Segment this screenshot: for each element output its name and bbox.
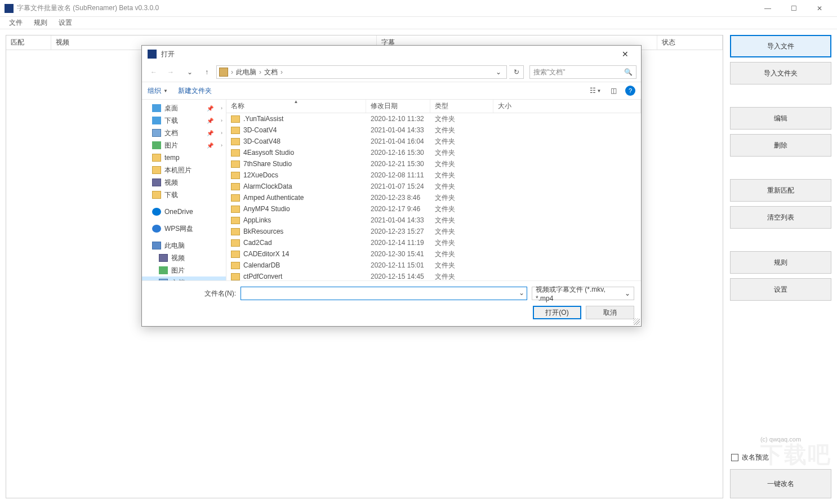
folder-icon xyxy=(231,251,240,258)
file-filter-select[interactable]: 视频或字幕文件 (*.mkv, *.mp4⌄ xyxy=(532,287,634,300)
credit-label: (c) qwqaq.com xyxy=(730,436,831,443)
list-item[interactable]: 3D-CoatV482021-01-04 16:04文件夹 xyxy=(226,136,641,147)
clear-list-button[interactable]: 清空列表 xyxy=(730,206,831,229)
list-item[interactable]: 12XueDocs2020-12-08 11:11文件夹 xyxy=(226,170,641,181)
list-item[interactable]: Cad2Cad2020-12-14 11:19文件夹 xyxy=(226,237,641,248)
dialog-close-button[interactable]: ✕ xyxy=(615,46,635,62)
file-type: 文件夹 xyxy=(430,126,493,135)
dialog-toolbar: 组织▼ 新建文件夹 ☷▼ ◫ ? xyxy=(142,82,641,100)
folder-icon xyxy=(152,166,161,174)
nav-forward-button[interactable]: → xyxy=(163,65,178,79)
col-date[interactable]: 修改日期 xyxy=(366,100,430,113)
tree-item[interactable]: 下载 xyxy=(142,189,226,201)
cancel-button[interactable]: 取消 xyxy=(586,306,634,319)
file-name: AnyMP4 Studio xyxy=(243,205,290,213)
col-type[interactable]: 类型 xyxy=(430,100,493,113)
rematch-button[interactable]: 重新匹配 xyxy=(730,179,831,202)
file-list-header: 名称▲ 修改日期 类型 大小 xyxy=(226,100,641,113)
list-item[interactable]: 4Easysoft Studio2020-12-16 15:30文件夹 xyxy=(226,147,641,158)
tree-item[interactable]: 桌面📌› xyxy=(142,102,226,114)
col-name[interactable]: 名称▲ xyxy=(226,100,366,113)
new-folder-button[interactable]: 新建文件夹 xyxy=(178,86,212,96)
nav-refresh-button[interactable]: ↻ xyxy=(509,65,524,79)
list-item[interactable]: AnyMP4 Studio2020-12-17 9:46文件夹 xyxy=(226,203,641,215)
search-input[interactable]: 搜索"文档" 🔍 xyxy=(529,65,636,79)
file-name: AppLinks xyxy=(243,216,271,224)
folder-icon xyxy=(152,191,161,199)
file-type: 文件夹 xyxy=(430,148,493,158)
view-mode-button[interactable]: ☷▼ xyxy=(589,85,602,96)
col-match[interactable]: 匹配 xyxy=(6,35,51,50)
menu-settings[interactable]: 设置 xyxy=(53,17,78,29)
menu-rules[interactable]: 规则 xyxy=(28,17,53,29)
tree-item[interactable]: 视频 xyxy=(142,176,226,189)
app-icon xyxy=(5,4,14,13)
list-item[interactable]: .YunTaiAssist2020-12-10 11:32文件夹 xyxy=(226,113,641,124)
dialog-titlebar: 打开 ✕ xyxy=(142,46,641,63)
close-button[interactable]: ✕ xyxy=(807,0,832,17)
file-date: 2020-12-17 9:46 xyxy=(366,205,430,213)
import-file-button[interactable]: 导入文件 xyxy=(730,35,831,57)
tree-item[interactable]: 下载📌› xyxy=(142,114,226,127)
minimize-button[interactable]: — xyxy=(755,0,781,17)
menu-file[interactable]: 文件 xyxy=(3,17,28,29)
delete-button[interactable]: 删除 xyxy=(730,134,831,157)
tree-item[interactable]: temp xyxy=(142,151,226,164)
file-list: 名称▲ 修改日期 类型 大小 .YunTaiAssist2020-12-10 1… xyxy=(226,100,641,280)
settings-button[interactable]: 设置 xyxy=(730,278,831,301)
tree-item[interactable]: 此电脑 xyxy=(142,239,226,252)
breadcrumb[interactable]: › 此电脑 › 文档 › ⌄ xyxy=(216,65,507,79)
tree-item-label: 桌面 xyxy=(164,104,178,113)
edit-button[interactable]: 编辑 xyxy=(730,107,831,130)
crumb-pc[interactable]: 此电脑 xyxy=(236,68,256,77)
import-folder-button[interactable]: 导入文件夹 xyxy=(730,62,831,84)
col-status[interactable]: 状态 xyxy=(657,35,723,50)
nav-back-button[interactable]: ← xyxy=(146,65,161,79)
tree-item[interactable]: WPS网盘 xyxy=(142,222,226,235)
nav-up-button[interactable]: ↑ xyxy=(199,65,214,79)
preview-checkbox-row[interactable]: 改名预览 xyxy=(730,451,831,465)
chevron-down-icon[interactable]: ⌄ xyxy=(519,289,524,297)
pin-icon: 📌 xyxy=(207,118,213,124)
organize-button[interactable]: 组织▼ xyxy=(148,86,168,96)
col-size[interactable]: 大小 xyxy=(493,100,641,113)
list-item[interactable]: CADEditorX 142020-12-30 15:41文件夹 xyxy=(226,248,641,260)
help-button[interactable]: ? xyxy=(625,86,635,96)
open-button[interactable]: 打开(O) xyxy=(533,306,581,319)
list-item[interactable]: AppLinks2021-01-04 14:33文件夹 xyxy=(226,215,641,226)
list-item[interactable]: BkResources2020-12-23 15:27文件夹 xyxy=(226,226,641,237)
pic-icon xyxy=(159,266,168,274)
folder-icon xyxy=(231,127,240,134)
file-date: 2021-01-04 14:33 xyxy=(366,126,430,134)
preview-pane-button[interactable]: ◫ xyxy=(607,85,620,96)
list-item[interactable]: CalendarDB2020-12-11 15:01文件夹 xyxy=(226,260,641,271)
tree-item[interactable]: 本机照片 xyxy=(142,164,226,176)
search-placeholder: 搜索"文档" xyxy=(533,68,566,77)
preview-label: 改名预览 xyxy=(742,453,769,462)
file-name: ctPdfConvert xyxy=(243,273,282,280)
file-type: 文件夹 xyxy=(430,249,493,259)
list-item[interactable]: AlarmClockData2021-01-07 15:24文件夹 xyxy=(226,181,641,192)
tree-item[interactable]: 文档📌› xyxy=(142,127,226,139)
list-item[interactable]: 3D-CoatV42021-01-04 14:33文件夹 xyxy=(226,124,641,136)
tree-item[interactable]: 图片📌› xyxy=(142,139,226,151)
resize-grip[interactable] xyxy=(633,318,640,325)
tree-item[interactable]: 图片 xyxy=(142,264,226,276)
folder-tree[interactable]: 桌面📌›下载📌›文档📌›图片📌›temp本机照片视频下载OneDriveWPS网… xyxy=(142,100,226,280)
tree-item[interactable]: OneDrive xyxy=(142,206,226,218)
preview-checkbox[interactable] xyxy=(731,454,738,461)
tree-item[interactable]: 文档 xyxy=(142,276,226,280)
run-rename-button[interactable]: 一键改名 xyxy=(730,469,831,498)
rules-button[interactable]: 规则 xyxy=(730,251,831,274)
maximize-button[interactable]: ☐ xyxy=(781,0,807,17)
file-date: 2020-12-23 15:27 xyxy=(366,228,430,235)
list-item[interactable]: Amped Authenticate2020-12-23 8:46文件夹 xyxy=(226,192,641,203)
file-list-rows[interactable]: .YunTaiAssist2020-12-10 11:32文件夹3D-CoatV… xyxy=(226,113,641,280)
tree-item[interactable]: 视频 xyxy=(142,252,226,264)
crumb-doc[interactable]: 文档 xyxy=(264,68,278,77)
crumb-dropdown[interactable]: ⌄ xyxy=(493,68,504,76)
list-item[interactable]: 7thShare Studio2020-12-21 15:30文件夹 xyxy=(226,158,641,170)
filename-input[interactable]: ⌄ xyxy=(241,287,527,300)
list-item[interactable]: ctPdfConvert2020-12-15 14:45文件夹 xyxy=(226,271,641,280)
chevron-down-icon[interactable]: ⌄ xyxy=(182,65,197,79)
